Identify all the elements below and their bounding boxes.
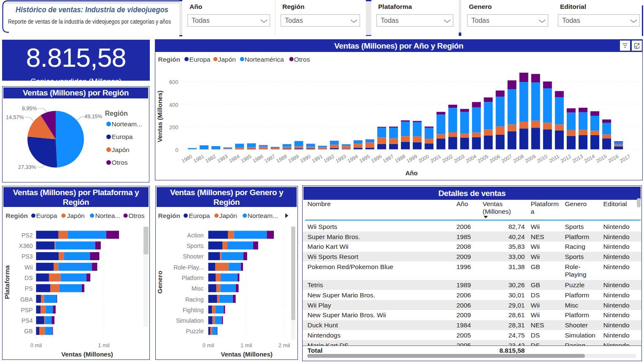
svg-text:2017: 2017	[619, 153, 631, 164]
svg-text:PS3: PS3	[22, 253, 33, 260]
svg-text:Wii: Wii	[24, 264, 32, 271]
svg-text:Sports: Sports	[187, 242, 203, 249]
svg-text:Otros: Otros	[112, 159, 128, 166]
svg-text:1985: 1985	[240, 153, 252, 164]
svg-text:2002: 2002	[441, 153, 454, 164]
svg-text:2007: 2007	[500, 153, 513, 164]
svg-text:Plataforma: Plataforma	[3, 265, 11, 299]
svg-text:Japón: Japón	[218, 56, 236, 63]
svg-text:PS4: PS4	[22, 317, 33, 324]
svg-text:Europa: Europa	[189, 56, 211, 63]
svg-text:Japón: Japón	[112, 146, 130, 153]
svg-text:0 mil: 0 mil	[203, 342, 214, 348]
svg-text:GBA: GBA	[20, 296, 33, 303]
svg-text:1989: 1989	[287, 153, 300, 164]
svg-text:2011: 2011	[548, 153, 561, 164]
svg-text:Otros: Otros	[129, 212, 145, 219]
svg-text:Action: Action	[187, 232, 204, 239]
svg-text:PS: PS	[25, 285, 33, 292]
svg-text:2003: 2003	[453, 153, 465, 164]
svg-text:8,95%: 8,95%	[22, 106, 37, 112]
svg-text:1988: 1988	[275, 153, 288, 164]
svg-text:2012: 2012	[560, 153, 572, 164]
svg-text:Japón: Japón	[67, 212, 85, 219]
svg-text:Región: Región	[105, 110, 128, 117]
svg-text:Shooter: Shooter	[183, 253, 203, 260]
svg-text:2013: 2013	[571, 153, 584, 164]
svg-text:0: 0	[175, 147, 178, 153]
svg-text:Norteam...: Norteam...	[112, 120, 142, 128]
svg-text:1997: 1997	[382, 153, 395, 164]
svg-text:200: 200	[169, 124, 179, 131]
svg-text:Nortea...: Nortea...	[95, 212, 120, 219]
svg-text:PS2: PS2	[22, 232, 33, 239]
svg-text:1 mil: 1 mil	[98, 342, 110, 348]
svg-text:1 mil: 1 mil	[241, 342, 252, 348]
svg-text:Simulation: Simulation	[176, 317, 203, 324]
svg-text:1990: 1990	[299, 153, 311, 164]
svg-text:Puzzle: Puzzle	[186, 328, 203, 335]
svg-text:27,33%: 27,33%	[18, 164, 36, 170]
svg-text:X360: X360	[19, 242, 33, 249]
svg-text:Ventas (Millones): Ventas (Millones)	[221, 351, 273, 358]
svg-text:Norteam...: Norteam...	[248, 212, 278, 219]
svg-text:2008: 2008	[512, 153, 525, 164]
svg-text:1982: 1982	[204, 153, 217, 164]
svg-text:Ventas (Millones): Ventas (Millones)	[156, 90, 163, 142]
svg-text:Fighting: Fighting	[183, 307, 204, 313]
svg-text:Europa: Europa	[36, 212, 57, 219]
svg-text:1981: 1981	[192, 153, 205, 164]
svg-text:1986: 1986	[252, 153, 264, 164]
svg-text:2016: 2016	[607, 153, 620, 164]
svg-text:Europa: Europa	[112, 133, 133, 140]
svg-text:Norteamérica: Norteamérica	[245, 56, 284, 63]
svg-text:2000: 2000	[417, 153, 430, 164]
svg-text:2006: 2006	[488, 153, 501, 164]
svg-text:Región: Región	[158, 56, 181, 63]
svg-text:Región: Región	[6, 212, 28, 219]
svg-text:1993: 1993	[335, 153, 347, 164]
svg-text:2004: 2004	[465, 153, 477, 164]
svg-text:2005: 2005	[476, 153, 489, 164]
svg-text:2001: 2001	[429, 153, 442, 164]
svg-text:Europa: Europa	[189, 212, 210, 219]
svg-text:49,15%: 49,15%	[84, 114, 102, 120]
svg-text:1996: 1996	[370, 153, 383, 164]
svg-text:Genero: Genero	[156, 271, 163, 294]
svg-text:1992: 1992	[323, 153, 336, 164]
svg-text:2014: 2014	[583, 153, 596, 164]
svg-text:Otros: Otros	[294, 56, 310, 63]
svg-text:Misc: Misc	[192, 285, 204, 292]
svg-text:Región: Región	[158, 212, 181, 219]
svg-text:DS: DS	[24, 275, 32, 281]
svg-text:Año: Año	[405, 169, 417, 177]
svg-text:GB: GB	[24, 328, 32, 335]
svg-text:400: 400	[169, 102, 179, 108]
svg-text:Platform: Platform	[181, 275, 203, 281]
svg-text:1994: 1994	[346, 153, 359, 164]
svg-text:14,57%: 14,57%	[6, 114, 24, 120]
svg-text:2009: 2009	[524, 153, 537, 164]
svg-text:1984: 1984	[228, 153, 241, 164]
svg-text:1987: 1987	[263, 153, 276, 164]
svg-text:1995: 1995	[358, 153, 371, 164]
svg-text:Racing: Racing	[185, 296, 204, 303]
svg-text:1980: 1980	[181, 153, 193, 164]
svg-text:0 mil: 0 mil	[30, 342, 42, 348]
svg-text:1998: 1998	[394, 153, 406, 164]
svg-text:2 mil: 2 mil	[279, 342, 290, 348]
svg-text:1999: 1999	[406, 153, 418, 164]
svg-text:2010: 2010	[536, 153, 549, 164]
svg-text:Role-Play...: Role-Play...	[173, 264, 203, 271]
svg-text:Ventas (Millones): Ventas (Millones)	[61, 351, 113, 358]
svg-text:2015: 2015	[595, 153, 608, 164]
svg-text:600: 600	[169, 79, 179, 85]
svg-text:1991: 1991	[311, 153, 324, 164]
svg-text:Japón: Japón	[219, 212, 237, 219]
svg-text:1983: 1983	[216, 153, 229, 164]
svg-text:PSP: PSP	[21, 307, 32, 313]
